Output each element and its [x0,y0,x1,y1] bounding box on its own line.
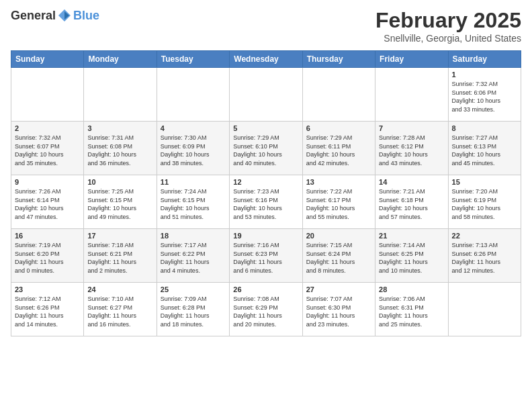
day-number: 25 [161,285,226,293]
calendar-cell [11,68,84,122]
day-number: 9 [15,178,80,186]
day-info: Sunrise: 7:18 AM Sunset: 6:21 PM Dayligh… [87,241,152,275]
day-info: Sunrise: 7:13 AM Sunset: 6:26 PM Dayligh… [452,241,517,275]
title-section: February 2025 Snellville, Georgia, Unite… [375,8,521,44]
calendar-cell: 1Sunrise: 7:32 AM Sunset: 6:06 PM Daylig… [448,68,521,122]
weekday-header-sunday: Sunday [11,51,84,68]
day-number: 24 [87,285,152,293]
logo-blue-text: Blue [73,9,99,22]
day-number: 16 [15,232,80,240]
calendar-cell: 22Sunrise: 7:13 AM Sunset: 6:26 PM Dayli… [448,229,521,283]
day-number: 1 [452,71,517,79]
calendar-cell: 13Sunrise: 7:22 AM Sunset: 6:17 PM Dayli… [302,175,375,229]
weekday-header-saturday: Saturday [448,51,521,68]
weekday-header-tuesday: Tuesday [157,51,229,68]
week-row-5: 23Sunrise: 7:12 AM Sunset: 6:26 PM Dayli… [11,283,521,336]
location-subtitle: Snellville, Georgia, United States [375,33,521,44]
day-number: 3 [87,124,152,132]
weekday-header-row: SundayMondayTuesdayWednesdayThursdayFrid… [11,51,521,68]
calendar-cell: 8Sunrise: 7:27 AM Sunset: 6:13 PM Daylig… [448,122,521,175]
calendar-cell: 17Sunrise: 7:18 AM Sunset: 6:21 PM Dayli… [84,229,157,283]
day-info: Sunrise: 7:09 AM Sunset: 6:28 PM Dayligh… [161,295,226,328]
calendar-cell: 9Sunrise: 7:26 AM Sunset: 6:14 PM Daylig… [11,175,84,229]
calendar-cell: 20Sunrise: 7:15 AM Sunset: 6:24 PM Dayli… [302,229,375,283]
calendar-cell: 12Sunrise: 7:23 AM Sunset: 6:16 PM Dayli… [230,175,302,229]
calendar-cell: 11Sunrise: 7:24 AM Sunset: 6:15 PM Dayli… [157,175,229,229]
day-info: Sunrise: 7:25 AM Sunset: 6:15 PM Dayligh… [87,187,152,221]
day-number: 8 [452,124,517,132]
page: General Blue February 2025 Snellville, G… [0,0,532,411]
day-number: 19 [233,232,298,240]
day-number: 21 [379,232,444,240]
day-info: Sunrise: 7:30 AM Sunset: 6:09 PM Dayligh… [161,134,226,167]
calendar-body: 1Sunrise: 7:32 AM Sunset: 6:06 PM Daylig… [11,68,521,336]
logo: General Blue [11,8,99,23]
calendar-cell: 21Sunrise: 7:14 AM Sunset: 6:25 PM Dayli… [375,229,448,283]
calendar-cell [84,68,157,122]
calendar-cell [230,68,302,122]
day-number: 10 [87,178,152,186]
calendar-cell: 3Sunrise: 7:31 AM Sunset: 6:08 PM Daylig… [84,122,157,175]
calendar-cell [448,283,521,336]
week-row-3: 9Sunrise: 7:26 AM Sunset: 6:14 PM Daylig… [11,175,521,229]
header: General Blue February 2025 Snellville, G… [11,8,521,44]
calendar-cell: 27Sunrise: 7:07 AM Sunset: 6:30 PM Dayli… [302,283,375,336]
calendar-table: SundayMondayTuesdayWednesdayThursdayFrid… [11,50,521,336]
calendar-cell: 15Sunrise: 7:20 AM Sunset: 6:19 PM Dayli… [448,175,521,229]
day-info: Sunrise: 7:31 AM Sunset: 6:08 PM Dayligh… [87,134,152,167]
weekday-header-monday: Monday [84,51,157,68]
calendar-cell: 10Sunrise: 7:25 AM Sunset: 6:15 PM Dayli… [84,175,157,229]
weekday-header-thursday: Thursday [302,51,375,68]
calendar-cell: 25Sunrise: 7:09 AM Sunset: 6:28 PM Dayli… [157,283,229,336]
month-title: February 2025 [375,8,521,33]
day-info: Sunrise: 7:28 AM Sunset: 6:12 PM Dayligh… [379,134,444,167]
day-number: 28 [379,285,444,293]
day-number: 17 [87,232,152,240]
day-number: 13 [306,178,371,186]
day-info: Sunrise: 7:26 AM Sunset: 6:14 PM Dayligh… [15,187,80,221]
weekday-header-wednesday: Wednesday [230,51,302,68]
day-info: Sunrise: 7:29 AM Sunset: 6:11 PM Dayligh… [306,134,371,167]
calendar-cell: 5Sunrise: 7:29 AM Sunset: 6:10 PM Daylig… [230,122,302,175]
day-info: Sunrise: 7:14 AM Sunset: 6:25 PM Dayligh… [379,241,444,275]
day-number: 22 [452,232,517,240]
day-info: Sunrise: 7:23 AM Sunset: 6:16 PM Dayligh… [233,187,298,221]
day-info: Sunrise: 7:08 AM Sunset: 6:29 PM Dayligh… [233,295,298,328]
day-info: Sunrise: 7:29 AM Sunset: 6:10 PM Dayligh… [233,134,298,167]
day-number: 27 [306,285,371,293]
day-number: 18 [161,232,226,240]
day-number: 23 [15,285,80,293]
logo-general-text: General [11,9,56,23]
day-info: Sunrise: 7:16 AM Sunset: 6:23 PM Dayligh… [233,241,298,275]
day-info: Sunrise: 7:27 AM Sunset: 6:13 PM Dayligh… [452,134,517,167]
day-number: 5 [233,124,298,132]
calendar-cell [302,68,375,122]
day-info: Sunrise: 7:06 AM Sunset: 6:31 PM Dayligh… [379,295,444,328]
day-number: 12 [233,178,298,186]
day-info: Sunrise: 7:21 AM Sunset: 6:18 PM Dayligh… [379,187,444,221]
week-row-1: 1Sunrise: 7:32 AM Sunset: 6:06 PM Daylig… [11,68,521,122]
day-number: 15 [452,178,517,186]
day-number: 4 [161,124,226,132]
week-row-2: 2Sunrise: 7:32 AM Sunset: 6:07 PM Daylig… [11,122,521,175]
day-info: Sunrise: 7:22 AM Sunset: 6:17 PM Dayligh… [306,187,371,221]
day-info: Sunrise: 7:15 AM Sunset: 6:24 PM Dayligh… [306,241,371,275]
calendar-cell: 26Sunrise: 7:08 AM Sunset: 6:29 PM Dayli… [230,283,302,336]
logo-icon [57,8,72,23]
calendar-cell: 14Sunrise: 7:21 AM Sunset: 6:18 PM Dayli… [375,175,448,229]
calendar-cell: 7Sunrise: 7:28 AM Sunset: 6:12 PM Daylig… [375,122,448,175]
calendar-cell: 23Sunrise: 7:12 AM Sunset: 6:26 PM Dayli… [11,283,84,336]
day-info: Sunrise: 7:10 AM Sunset: 6:27 PM Dayligh… [87,295,152,328]
weekday-header-friday: Friday [375,51,448,68]
calendar-cell: 16Sunrise: 7:19 AM Sunset: 6:20 PM Dayli… [11,229,84,283]
day-info: Sunrise: 7:32 AM Sunset: 6:06 PM Dayligh… [452,80,517,113]
day-info: Sunrise: 7:19 AM Sunset: 6:20 PM Dayligh… [15,241,80,275]
day-number: 2 [15,124,80,132]
calendar-cell: 24Sunrise: 7:10 AM Sunset: 6:27 PM Dayli… [84,283,157,336]
calendar-cell: 6Sunrise: 7:29 AM Sunset: 6:11 PM Daylig… [302,122,375,175]
day-number: 14 [379,178,444,186]
day-number: 6 [306,124,371,132]
day-info: Sunrise: 7:32 AM Sunset: 6:07 PM Dayligh… [15,134,80,167]
day-number: 20 [306,232,371,240]
day-number: 7 [379,124,444,132]
